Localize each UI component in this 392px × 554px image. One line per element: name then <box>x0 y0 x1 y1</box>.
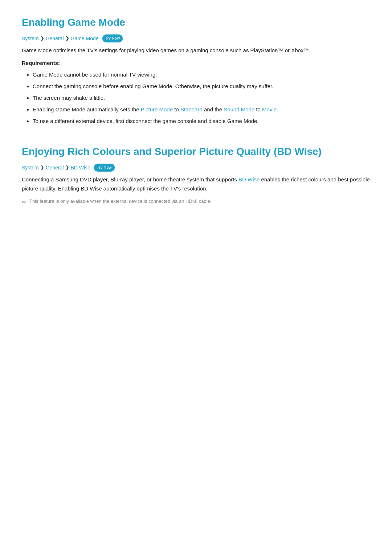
breadcrumb-system-link[interactable]: System <box>22 34 39 42</box>
bullet4-prefix: Enabling Game Mode automatically sets th… <box>33 106 141 112</box>
list-item: Connect the gaming console before enabli… <box>33 82 370 91</box>
try-now-badge-1[interactable]: Try Now <box>102 34 123 42</box>
section2-breadcrumb: System ❯ General ❯ BD Wise Try Now <box>22 164 370 172</box>
movie-link[interactable]: Movie <box>262 106 277 112</box>
breadcrumb2-bdwise-link[interactable]: BD Wise <box>71 164 90 172</box>
bullet3-text: The screen may shake a little. <box>33 95 105 101</box>
breadcrumb-general-link[interactable]: General <box>46 34 64 42</box>
breadcrumb2-system-link[interactable]: System <box>22 164 39 172</box>
bullet2-text: Connect the gaming console before enabli… <box>33 83 273 89</box>
sound-mode-link[interactable]: Sound Mode <box>224 106 254 112</box>
section1-breadcrumb: System ❯ General ❯ Game Mode Try Now <box>22 34 370 42</box>
breadcrumb-gamemode-link[interactable]: Game Mode <box>71 34 99 42</box>
section2-title: Enjoying Rich Colours and Superior Pictu… <box>22 144 370 160</box>
breadcrumb-sep2: ❯ <box>65 35 69 42</box>
bullet4-suffix: . <box>277 106 278 112</box>
bullet4-mid3: to <box>254 106 262 112</box>
requirements-list: Game Mode cannot be used for normal TV v… <box>22 70 370 126</box>
list-item: To use a different external device, firs… <box>33 117 370 126</box>
bullet4-mid1: to <box>173 106 180 112</box>
bd-wise-link[interactable]: BD Wise <box>238 176 260 182</box>
bd-wise-section: Enjoying Rich Colours and Superior Pictu… <box>22 144 370 207</box>
breadcrumb2-sep2: ❯ <box>65 164 69 172</box>
list-item: Enabling Game Mode automatically sets th… <box>33 105 370 114</box>
requirements-label: Requirements: <box>22 59 370 67</box>
bullet1-text: Game Mode cannot be used for normal TV v… <box>33 71 157 78</box>
breadcrumb-sep1: ❯ <box>40 35 44 42</box>
note-row: ✏ This feature is only available when th… <box>22 198 370 207</box>
section1-title: Enabling Game Mode <box>22 15 370 31</box>
section2-description: Connecting a Samsung DVD player, Blu-ray… <box>22 175 370 193</box>
enabling-game-mode-section: Enabling Game Mode System ❯ General ❯ Ga… <box>22 15 370 126</box>
standard-link[interactable]: Standard <box>180 106 203 112</box>
breadcrumb2-general-link[interactable]: General <box>46 164 64 172</box>
note-text: This feature is only available when the … <box>29 198 212 205</box>
section2-desc-prefix: Connecting a Samsung DVD player, Blu-ray… <box>22 176 238 182</box>
list-item: The screen may shake a little. <box>33 94 370 102</box>
bullet4-mid2: and the <box>203 106 224 112</box>
try-now-badge-2[interactable]: Try Now <box>94 164 115 172</box>
list-item: Game Mode cannot be used for normal TV v… <box>33 70 370 79</box>
breadcrumb2-sep1: ❯ <box>40 164 44 172</box>
section1-description: Game Mode optimises the TV's settings fo… <box>22 46 370 55</box>
note-pencil-icon: ✏ <box>22 198 26 207</box>
bullet5-text: To use a different external device, firs… <box>33 118 259 124</box>
picture-mode-link[interactable]: Picture Mode <box>141 106 173 112</box>
